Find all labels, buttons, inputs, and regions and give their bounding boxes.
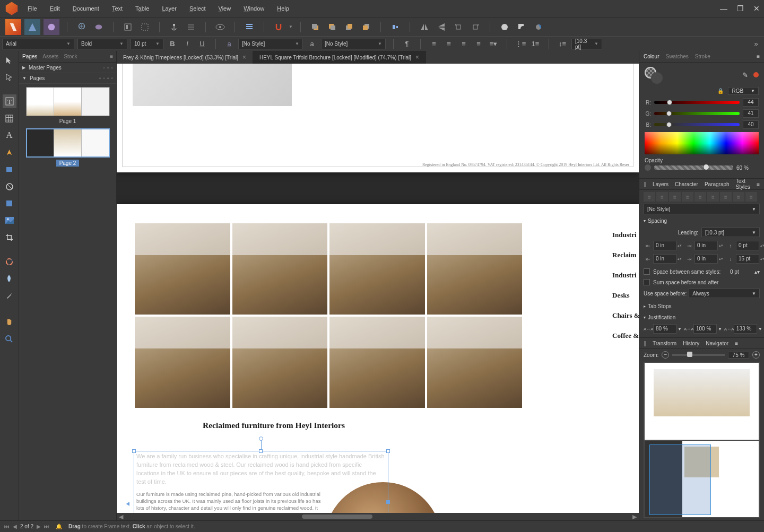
tab-navigator[interactable]: Navigator bbox=[706, 341, 728, 346]
align-left-icon[interactable]: ≡ bbox=[428, 39, 440, 49]
zoom-out-icon[interactable]: − bbox=[662, 351, 669, 359]
pan-tool-icon[interactable] bbox=[3, 315, 16, 329]
last-page-icon[interactable]: ⏭ bbox=[44, 524, 49, 529]
close-button[interactable]: ✕ bbox=[753, 4, 760, 13]
minimize-button[interactable]: — bbox=[720, 4, 727, 13]
preflight-icon[interactable] bbox=[121, 20, 135, 34]
colour-lock-icon[interactable]: 🔒 bbox=[717, 88, 724, 94]
import-image-icon[interactable] bbox=[75, 20, 89, 34]
para-align-justify-all-icon[interactable]: ≡ bbox=[720, 192, 732, 202]
align-more-icon[interactable]: ≡▾ bbox=[488, 39, 499, 49]
ellipse-tool-icon[interactable] bbox=[3, 179, 16, 193]
page-thumb-2[interactable]: Page 2 bbox=[22, 128, 113, 167]
shape-circle-icon[interactable] bbox=[498, 20, 511, 34]
add-page-icon[interactable]: ▫ bbox=[99, 75, 101, 81]
para-align-spine-icon[interactable]: ≡ bbox=[733, 192, 744, 202]
doc-tab-2-close-icon[interactable]: × bbox=[415, 54, 419, 61]
selected-text-frame[interactable]: We are a family run business who special… bbox=[134, 451, 388, 513]
para-leading-dropdown[interactable]: [10.3 pt]▼ bbox=[701, 228, 760, 237]
persona-publisher-icon[interactable] bbox=[5, 19, 21, 35]
font-weight-dropdown[interactable]: Bold▼ bbox=[77, 39, 127, 49]
dup-master-icon[interactable]: ▫ bbox=[107, 65, 109, 71]
colour-mode-dropdown[interactable]: RGB▼ bbox=[728, 87, 759, 95]
menu-document[interactable]: Document bbox=[73, 5, 99, 12]
tab-transform[interactable]: Transform bbox=[653, 341, 676, 346]
space-before-input[interactable]: 0 pt bbox=[736, 241, 759, 250]
b-slider[interactable] bbox=[654, 123, 740, 126]
doc-tab-1-close-icon[interactable]: × bbox=[242, 54, 246, 61]
tab-assets[interactable]: Assets bbox=[42, 54, 58, 59]
crop-tool-icon[interactable] bbox=[3, 230, 16, 244]
place-image-tool-icon[interactable] bbox=[3, 213, 16, 227]
tab-history[interactable]: History bbox=[683, 341, 699, 346]
align-panel-icon[interactable] bbox=[388, 20, 402, 34]
flip-h-icon[interactable] bbox=[418, 20, 431, 34]
zoom-value[interactable]: 75 % bbox=[728, 352, 749, 359]
body-paragraph[interactable]: Our furniture is made using reclaimed pi… bbox=[134, 490, 325, 513]
opacity-slider[interactable] bbox=[654, 165, 733, 170]
menu-table[interactable]: Table bbox=[135, 5, 149, 12]
tab-paragraph[interactable]: Paragraph bbox=[705, 181, 730, 187]
baseline-grid-icon[interactable] bbox=[184, 20, 198, 34]
para-align-justify-right-icon[interactable]: ≡ bbox=[707, 192, 719, 202]
document-setup-icon[interactable] bbox=[92, 20, 106, 34]
navigator-preview[interactable] bbox=[644, 362, 760, 518]
master-pages-header[interactable]: ▶ Master Pages ▫▫▫ bbox=[19, 63, 116, 73]
align-center-icon[interactable]: ≡ bbox=[443, 39, 455, 49]
colour-options-icon[interactable]: ≡ bbox=[757, 54, 760, 59]
table-tool-icon[interactable] bbox=[3, 111, 16, 125]
context-more-icon[interactable]: » bbox=[750, 39, 762, 49]
resize-handle[interactable] bbox=[132, 449, 136, 453]
move-forward-icon[interactable] bbox=[325, 20, 339, 34]
bold-button[interactable]: B bbox=[167, 39, 178, 49]
frame-text-tool-icon[interactable]: T bbox=[3, 94, 16, 108]
menu-layer[interactable]: Layer bbox=[162, 5, 177, 12]
rotate-handle[interactable] bbox=[259, 437, 263, 441]
flow-out-handle[interactable] bbox=[386, 500, 390, 504]
g-slider[interactable] bbox=[654, 112, 740, 115]
horizontal-scrollbar[interactable]: ◀ ▶ bbox=[117, 513, 639, 520]
eyedropper-tool-icon[interactable] bbox=[3, 289, 16, 302]
colour-spectrum[interactable] bbox=[645, 132, 759, 154]
pen-tool-icon[interactable] bbox=[3, 145, 16, 159]
artistic-text-tool-icon[interactable]: A bbox=[3, 128, 16, 142]
font-family-dropdown[interactable]: Arial▼ bbox=[2, 39, 74, 49]
selected-paragraph-text[interactable]: We are a family run business who special… bbox=[136, 453, 385, 485]
opacity-value[interactable]: 60 % bbox=[736, 165, 759, 171]
tab-text-styles[interactable]: Text Styles bbox=[736, 178, 751, 190]
transparency-tool-icon[interactable] bbox=[3, 272, 16, 285]
para-align-right-icon[interactable]: ≡ bbox=[669, 192, 681, 202]
spread-setup-icon[interactable] bbox=[138, 20, 152, 34]
menu-select[interactable]: Select bbox=[189, 5, 206, 12]
move-backward-icon[interactable] bbox=[342, 20, 356, 34]
snap-magnet-icon[interactable] bbox=[272, 20, 285, 34]
move-front-icon[interactable] bbox=[308, 20, 322, 34]
page-opt-icon[interactable]: ▫ bbox=[111, 75, 113, 81]
shape-subtract-icon[interactable] bbox=[515, 20, 528, 34]
just-min-input[interactable]: 80 % bbox=[653, 324, 676, 334]
nav-options-icon[interactable]: ≡ bbox=[735, 341, 738, 346]
same-styles-input[interactable]: 0 pt bbox=[730, 269, 751, 275]
flow-in-handle[interactable] bbox=[126, 502, 129, 506]
tab-layers[interactable]: Layers bbox=[653, 181, 668, 187]
right-indent-input[interactable]: 0 in bbox=[694, 241, 718, 250]
menu-view[interactable]: View bbox=[219, 5, 231, 12]
align-justify-icon[interactable]: ≡ bbox=[473, 39, 484, 49]
para-align-left-icon[interactable]: ≡ bbox=[644, 192, 655, 202]
fill-stroke-selector[interactable] bbox=[645, 67, 666, 83]
menu-edit[interactable]: Edit bbox=[50, 5, 60, 12]
char-style-dropdown[interactable]: [No Style]▼ bbox=[238, 39, 303, 49]
tab-character[interactable]: Character bbox=[675, 181, 698, 187]
flip-v-icon[interactable] bbox=[435, 20, 448, 34]
para-options-icon[interactable]: ≡ bbox=[757, 181, 760, 187]
resize-handle[interactable] bbox=[259, 449, 263, 453]
del-master-icon[interactable]: ▫ bbox=[111, 65, 113, 71]
use-before-dropdown[interactable]: Always▼ bbox=[689, 289, 760, 298]
vector-brush-tool-icon[interactable] bbox=[3, 255, 16, 268]
add-master-icon[interactable]: ▫ bbox=[103, 65, 105, 71]
tab-stops-section[interactable]: Tab Stops bbox=[648, 303, 671, 309]
persona-photo-icon[interactable] bbox=[44, 19, 59, 35]
eyedropper-icon[interactable]: ✎ bbox=[742, 71, 748, 79]
zoom-slider[interactable] bbox=[672, 354, 725, 356]
tab-stroke[interactable]: Stroke bbox=[695, 54, 710, 59]
